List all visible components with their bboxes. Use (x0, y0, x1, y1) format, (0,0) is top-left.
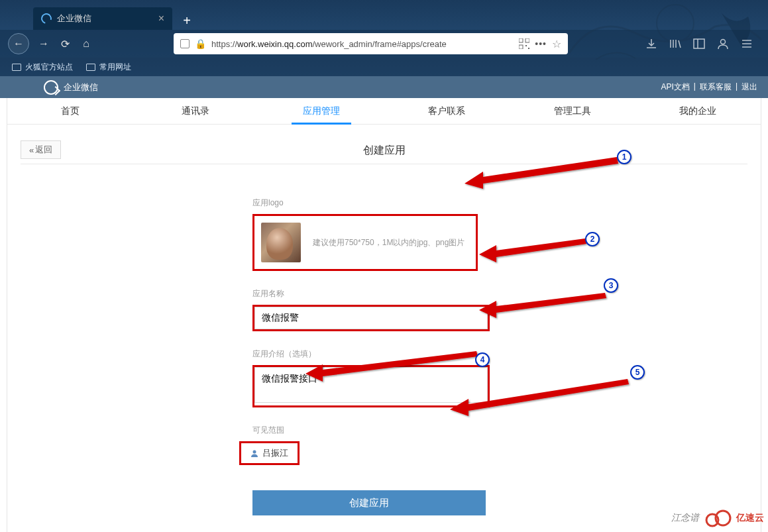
nav-tab-company[interactable]: 我的企业 (635, 98, 761, 124)
annotation-arrow-2 (479, 236, 598, 262)
reload-button[interactable]: ⟳ (58, 37, 72, 50)
watermark-brand-icon (703, 508, 732, 528)
folder-icon (86, 64, 95, 71)
logo-hint: 建议使用750*750，1M以内的jpg、png图片 (313, 237, 465, 248)
app-desc-input[interactable]: 微信报警接口 (254, 367, 488, 403)
logo-preview (261, 223, 301, 262)
annotation-badge-3: 3 (604, 278, 618, 293)
tab-title: 企业微信 (57, 13, 91, 25)
svg-rect-5 (528, 48, 529, 49)
field-label: 应用logo (252, 197, 491, 209)
wechat-work-icon (44, 80, 58, 95)
header-links: API文档| 联系客服| 退出 (661, 81, 757, 93)
bookmark-item[interactable]: 火狐官方站点 (12, 62, 73, 73)
svg-rect-1 (519, 38, 523, 42)
nav-back-button[interactable]: ← (8, 33, 29, 54)
tab-favicon (39, 11, 54, 26)
sidebar-icon[interactable] (692, 38, 706, 50)
page-actions-icon[interactable]: ••• (535, 38, 547, 49)
scope-member-name: 吕振江 (262, 447, 288, 459)
url-text: https://work.weixin.qq.com/wework_admin/… (211, 39, 514, 49)
lock-icon: 🔒 (195, 38, 206, 49)
page-header-row: «返回 创建应用 (21, 138, 747, 164)
svg-rect-4 (525, 45, 527, 46)
arrow-left-icon: ← (13, 38, 24, 50)
nav-tab-tools[interactable]: 管理工具 (510, 98, 635, 124)
app-brand[interactable]: 企业微信 (44, 80, 98, 95)
field-scope: 可见范围 吕振江 (252, 425, 491, 465)
field-label: 应用名称 (252, 288, 491, 299)
field-desc: 应用介绍（选填） 微信报警接口 (252, 348, 491, 407)
field-label: 应用介绍（选填） (252, 348, 491, 360)
nav-tab-home[interactable]: 首页 (7, 98, 133, 124)
bookmark-label: 常用网址 (99, 62, 131, 73)
chevron-left-icon: « (29, 145, 34, 155)
nav-tab-apps[interactable]: 应用管理 (258, 98, 384, 124)
browser-tab-active[interactable]: 企业微信 × (33, 7, 172, 30)
nav-tab-contacts[interactable]: 通讯录 (133, 98, 259, 124)
svg-rect-2 (525, 38, 529, 42)
annotation-arrow-3 (479, 292, 618, 318)
app-header: 企业微信 API文档| 联系客服| 退出 (0, 76, 768, 98)
annotation-badge-5: 5 (630, 365, 645, 380)
tab-strip: 企业微信 × + (0, 0, 768, 30)
logo-upload-area[interactable]: 建议使用750*750，1M以内的jpg、png图片 (252, 214, 478, 271)
page-title: 创建应用 (363, 144, 406, 158)
download-icon[interactable] (645, 38, 658, 50)
watermark-text: 江念谱 (671, 512, 699, 524)
page-content: «返回 创建应用 应用logo 建议使用750*750，1M以内的jpg、png… (7, 125, 761, 532)
library-icon[interactable] (669, 38, 682, 50)
create-app-form: 应用logo 建议使用750*750，1M以内的jpg、png图片 应用名称 应… (252, 197, 491, 515)
watermark-brand: 亿速云 (736, 512, 764, 524)
svg-point-8 (721, 40, 726, 44)
person-icon (250, 449, 258, 457)
svg-rect-3 (519, 45, 523, 49)
back-label: 返回 (35, 144, 52, 156)
svg-marker-14 (479, 239, 586, 262)
address-bar[interactable]: 🔒 https://work.weixin.qq.com/wework_admi… (174, 33, 568, 54)
account-icon[interactable] (716, 38, 730, 50)
header-link-logout[interactable]: 退出 (741, 81, 757, 93)
create-app-button[interactable]: 创建应用 (252, 490, 486, 515)
header-link-support[interactable]: 联系客服 (700, 81, 732, 93)
field-name: 应用名称 (252, 288, 491, 331)
svg-marker-15 (479, 293, 606, 318)
home-button[interactable]: ⌂ (80, 37, 93, 50)
svg-rect-6 (694, 39, 704, 48)
bookmark-item[interactable]: 常用网址 (86, 62, 131, 73)
app-brand-text: 企业微信 (64, 81, 98, 93)
annotation-badge-2: 2 (585, 232, 600, 246)
field-label: 可见范围 (252, 425, 491, 436)
field-logo: 应用logo 建议使用750*750，1M以内的jpg、png图片 (252, 197, 491, 271)
browser-chrome: 企业微信 × + ← → ⟳ ⌂ 🔒 https://work.weixin.q… (0, 0, 768, 76)
scope-member-chip[interactable]: 吕振江 (239, 441, 300, 465)
shield-icon (180, 39, 190, 48)
svg-point-12 (253, 451, 256, 454)
watermark: 江念谱 亿速云 (671, 508, 764, 528)
tab-close-icon[interactable]: × (158, 13, 164, 25)
main-nav: 首页 通讯录 应用管理 客户联系 管理工具 我的企业 (7, 98, 761, 125)
nav-tab-customer[interactable]: 客户联系 (384, 98, 510, 124)
folder-icon (12, 64, 21, 71)
nav-forward-button[interactable]: → (37, 37, 50, 50)
app-name-input[interactable] (254, 307, 488, 329)
new-tab-button[interactable]: + (178, 11, 196, 30)
header-link-api[interactable]: API文档 (661, 81, 689, 93)
menu-icon[interactable] (740, 38, 753, 50)
bookmark-label: 火狐官方站点 (25, 62, 73, 73)
qr-icon[interactable] (519, 38, 529, 49)
back-button[interactable]: «返回 (21, 140, 61, 159)
